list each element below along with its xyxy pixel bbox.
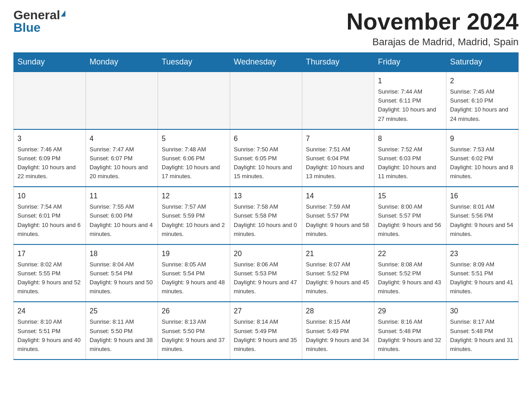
day-info: Sunrise: 8:05 AMSunset: 5:54 PMDaylight:…: [162, 260, 226, 296]
day-number: 4: [90, 133, 154, 144]
day-number: 26: [162, 306, 226, 317]
weekday-header-thursday: Thursday: [302, 53, 374, 72]
day-info: Sunrise: 8:09 AMSunset: 5:51 PMDaylight:…: [450, 260, 515, 296]
calendar-header-row: SundayMondayTuesdayWednesdayThursdayFrid…: [14, 53, 519, 72]
calendar-cell: [302, 72, 374, 129]
calendar-cell: 23Sunrise: 8:09 AMSunset: 5:51 PMDayligh…: [446, 244, 519, 302]
day-info: Sunrise: 7:50 AMSunset: 6:05 PMDaylight:…: [234, 145, 298, 181]
day-info: Sunrise: 8:10 AMSunset: 5:51 PMDaylight:…: [17, 317, 82, 354]
title-block: November 2024 Barajas de Madrid, Madrid,…: [347, 9, 519, 48]
calendar-cell: [86, 72, 158, 129]
day-number: 14: [306, 191, 370, 201]
calendar-cell: [158, 72, 230, 129]
weekday-header-friday: Friday: [374, 53, 446, 72]
day-number: 6: [234, 133, 298, 144]
day-number: 1: [378, 76, 442, 86]
calendar-table: SundayMondayTuesdayWednesdayThursdayFrid…: [13, 52, 519, 360]
day-number: 12: [162, 191, 226, 201]
calendar-cell: 26Sunrise: 8:13 AMSunset: 5:50 PMDayligh…: [158, 302, 230, 360]
calendar-cell: 28Sunrise: 8:15 AMSunset: 5:49 PMDayligh…: [302, 302, 374, 360]
day-number: 9: [450, 133, 515, 144]
day-number: 13: [234, 191, 298, 201]
day-info: Sunrise: 8:11 AMSunset: 5:50 PMDaylight:…: [90, 317, 154, 354]
calendar-cell: 25Sunrise: 8:11 AMSunset: 5:50 PMDayligh…: [86, 302, 158, 360]
day-info: Sunrise: 8:13 AMSunset: 5:50 PMDaylight:…: [162, 317, 226, 354]
day-info: Sunrise: 7:44 AMSunset: 6:11 PMDaylight:…: [378, 87, 442, 124]
month-title: November 2024: [347, 9, 519, 34]
day-number: 29: [378, 306, 442, 317]
day-info: Sunrise: 7:55 AMSunset: 6:00 PMDaylight:…: [90, 202, 154, 239]
day-info: Sunrise: 7:51 AMSunset: 6:04 PMDaylight:…: [306, 145, 370, 181]
calendar-cell: 24Sunrise: 8:10 AMSunset: 5:51 PMDayligh…: [14, 302, 86, 360]
calendar-cell: 14Sunrise: 7:59 AMSunset: 5:57 PMDayligh…: [302, 187, 374, 244]
day-info: Sunrise: 8:17 AMSunset: 5:48 PMDaylight:…: [450, 317, 515, 354]
calendar-cell: 11Sunrise: 7:55 AMSunset: 6:00 PMDayligh…: [86, 187, 158, 244]
day-info: Sunrise: 8:04 AMSunset: 5:54 PMDaylight:…: [90, 260, 154, 296]
day-number: 23: [450, 248, 515, 259]
logo-blue-text: Blue: [13, 21, 41, 34]
logo-triangle-icon: [61, 10, 65, 17]
calendar-cell: 15Sunrise: 8:00 AMSunset: 5:57 PMDayligh…: [374, 187, 446, 244]
day-number: 5: [162, 133, 226, 144]
day-number: 30: [450, 306, 515, 317]
day-number: 7: [306, 133, 370, 144]
day-number: 27: [234, 306, 298, 317]
day-info: Sunrise: 7:52 AMSunset: 6:03 PMDaylight:…: [378, 145, 442, 181]
day-number: 24: [17, 306, 82, 317]
calendar-cell: 13Sunrise: 7:58 AMSunset: 5:58 PMDayligh…: [230, 187, 302, 244]
day-info: Sunrise: 8:06 AMSunset: 5:53 PMDaylight:…: [234, 260, 298, 296]
logo-general-text: General: [13, 9, 60, 21]
day-info: Sunrise: 8:02 AMSunset: 5:55 PMDaylight:…: [17, 260, 82, 296]
day-number: 25: [90, 306, 154, 317]
day-info: Sunrise: 8:01 AMSunset: 5:56 PMDaylight:…: [450, 202, 515, 239]
calendar-cell: 19Sunrise: 8:05 AMSunset: 5:54 PMDayligh…: [158, 244, 230, 302]
day-info: Sunrise: 7:48 AMSunset: 6:06 PMDaylight:…: [162, 145, 226, 181]
day-info: Sunrise: 7:46 AMSunset: 6:09 PMDaylight:…: [17, 145, 82, 181]
calendar-cell: 8Sunrise: 7:52 AMSunset: 6:03 PMDaylight…: [374, 129, 446, 187]
day-number: 19: [162, 248, 226, 259]
day-number: 8: [378, 133, 442, 144]
logo: General Blue: [13, 9, 65, 34]
day-info: Sunrise: 7:54 AMSunset: 6:01 PMDaylight:…: [17, 202, 82, 239]
day-info: Sunrise: 8:08 AMSunset: 5:52 PMDaylight:…: [378, 260, 442, 296]
day-number: 2: [450, 76, 515, 86]
calendar-cell: 22Sunrise: 8:08 AMSunset: 5:52 PMDayligh…: [374, 244, 446, 302]
calendar-cell: 3Sunrise: 7:46 AMSunset: 6:09 PMDaylight…: [14, 129, 86, 187]
weekday-header-wednesday: Wednesday: [230, 53, 302, 72]
day-info: Sunrise: 8:07 AMSunset: 5:52 PMDaylight:…: [306, 260, 370, 296]
calendar-cell: [230, 72, 302, 129]
calendar-row: 24Sunrise: 8:10 AMSunset: 5:51 PMDayligh…: [14, 302, 519, 360]
day-number: 17: [17, 248, 82, 259]
calendar-cell: 20Sunrise: 8:06 AMSunset: 5:53 PMDayligh…: [230, 244, 302, 302]
day-number: 18: [90, 248, 154, 259]
calendar-row: 1Sunrise: 7:44 AMSunset: 6:11 PMDaylight…: [14, 72, 519, 129]
day-info: Sunrise: 8:15 AMSunset: 5:49 PMDaylight:…: [306, 317, 370, 354]
calendar-cell: 21Sunrise: 8:07 AMSunset: 5:52 PMDayligh…: [302, 244, 374, 302]
day-number: 28: [306, 306, 370, 317]
day-number: 22: [378, 248, 442, 259]
calendar-cell: 2Sunrise: 7:45 AMSunset: 6:10 PMDaylight…: [446, 72, 519, 129]
day-info: Sunrise: 7:45 AMSunset: 6:10 PMDaylight:…: [450, 87, 515, 124]
calendar-cell: 27Sunrise: 8:14 AMSunset: 5:49 PMDayligh…: [230, 302, 302, 360]
calendar-row: 17Sunrise: 8:02 AMSunset: 5:55 PMDayligh…: [14, 244, 519, 302]
calendar-cell: 29Sunrise: 8:16 AMSunset: 5:48 PMDayligh…: [374, 302, 446, 360]
calendar-cell: 7Sunrise: 7:51 AMSunset: 6:04 PMDaylight…: [302, 129, 374, 187]
calendar-cell: 5Sunrise: 7:48 AMSunset: 6:06 PMDaylight…: [158, 129, 230, 187]
calendar-row: 3Sunrise: 7:46 AMSunset: 6:09 PMDaylight…: [14, 129, 519, 187]
calendar-row: 10Sunrise: 7:54 AMSunset: 6:01 PMDayligh…: [14, 187, 519, 244]
weekday-header-monday: Monday: [86, 53, 158, 72]
day-number: 21: [306, 248, 370, 259]
day-number: 20: [234, 248, 298, 259]
day-number: 15: [378, 191, 442, 201]
calendar-cell: 9Sunrise: 7:53 AMSunset: 6:02 PMDaylight…: [446, 129, 519, 187]
calendar-cell: 12Sunrise: 7:57 AMSunset: 5:59 PMDayligh…: [158, 187, 230, 244]
day-info: Sunrise: 8:16 AMSunset: 5:48 PMDaylight:…: [378, 317, 442, 354]
day-number: 11: [90, 191, 154, 201]
day-info: Sunrise: 8:00 AMSunset: 5:57 PMDaylight:…: [378, 202, 442, 239]
calendar-cell: 18Sunrise: 8:04 AMSunset: 5:54 PMDayligh…: [86, 244, 158, 302]
day-info: Sunrise: 7:58 AMSunset: 5:58 PMDaylight:…: [234, 202, 298, 239]
day-info: Sunrise: 7:57 AMSunset: 5:59 PMDaylight:…: [162, 202, 226, 239]
page-header: General Blue November 2024 Barajas de Ma…: [13, 9, 519, 48]
location-title: Barajas de Madrid, Madrid, Spain: [347, 36, 519, 48]
calendar-cell: 10Sunrise: 7:54 AMSunset: 6:01 PMDayligh…: [14, 187, 86, 244]
